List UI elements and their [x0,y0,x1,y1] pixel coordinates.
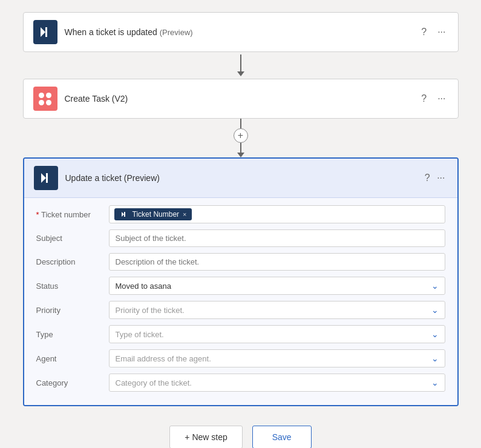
agent-chevron-icon: ⌄ [431,354,439,363]
agent-label: Agent [36,354,109,363]
status-row: Status Moved to asana ⌄ [36,277,445,295]
token-label: Ticket Number [133,210,180,219]
type-placeholder: Type of ticket. [116,330,164,339]
agent-select[interactable]: Email address of the agent. ⌄ [109,349,445,367]
status-chevron-icon: ⌄ [431,281,439,291]
category-label: Category [36,378,109,387]
connector-1 [237,54,244,76]
type-chevron-icon: ⌄ [431,329,439,339]
ticket-number-row: Ticket number Ticket Number × [36,205,445,223]
create-task-help-button[interactable]: ? [419,92,429,105]
plus-line-bottom [240,143,241,153]
flow-container: When a ticket is updated (Preview) ? ···… [23,12,459,448]
description-label: Description [36,257,109,266]
update-ticket-step: Update a ticket (Preview) ? ··· Ticket n… [23,157,459,406]
create-task-actions: ? ··· [419,92,448,105]
priority-chevron-icon: ⌄ [431,305,439,315]
update-ticket-actions: ? ··· [422,171,448,185]
update-ticket-title: Update a ticket (Preview) [65,173,422,183]
subject-label: Subject [36,234,109,243]
status-label: Status [36,282,109,291]
create-task-title: Create Task (V2) [65,94,419,104]
agent-placeholder: Email address of the agent. [116,354,211,363]
agent-row: Agent Email address of the agent. ⌄ [36,349,445,367]
category-row: Category Category of the ticket. ⌄ [36,374,445,392]
trigger-step: When a ticket is updated (Preview) ? ··· [23,12,459,52]
plus-line-top [240,119,241,128]
asana-dots [37,90,54,107]
token-icon [119,209,129,219]
trigger-icon [33,20,57,44]
status-value: Moved to asana [116,282,172,291]
svg-rect-0 [45,27,47,37]
priority-row: Priority Priority of the ticket. ⌄ [36,301,445,319]
category-chevron-icon: ⌄ [431,378,439,387]
create-task-icon [33,87,57,111]
subject-row: Subject [36,229,445,247]
trigger-actions: ? ··· [419,25,448,39]
trigger-more-button[interactable]: ··· [435,25,448,39]
update-ticket-help-button[interactable]: ? [422,171,433,185]
plus-connector: + [234,119,248,157]
ticket-number-label: Ticket number [36,210,109,219]
type-select[interactable]: Type of ticket. ⌄ [109,325,445,343]
update-ticket-more-button[interactable]: ··· [434,171,447,185]
update-ticket-icon [34,166,58,190]
subject-input[interactable] [109,229,445,247]
update-ticket-body: Ticket number Ticket Number × [24,198,457,405]
type-label: Type [36,330,109,339]
status-select[interactable]: Moved to asana ⌄ [109,277,445,295]
new-step-button[interactable]: + New step [169,426,242,448]
update-ticket-header: Update a ticket (Preview) ? ··· [24,159,457,198]
priority-placeholder: Priority of the ticket. [116,306,185,315]
description-row: Description [36,253,445,271]
trigger-title: When a ticket is updated (Preview) [65,27,419,37]
svg-rect-2 [124,212,125,217]
create-task-step: Create Task (V2) ? ··· [23,79,459,119]
svg-rect-1 [46,173,48,183]
type-row: Type Type of ticket. ⌄ [36,325,445,343]
category-select[interactable]: Category of the ticket. ⌄ [109,374,445,392]
create-task-more-button[interactable]: ··· [435,92,448,105]
plus-add-button[interactable]: + [234,128,248,143]
description-input[interactable] [109,253,445,271]
ticket-number-token: Ticket Number × [114,208,192,220]
token-close-button[interactable]: × [183,211,186,218]
category-placeholder: Category of the ticket. [116,378,192,387]
ticket-number-token-input[interactable]: Ticket Number × [109,205,445,223]
bottom-actions: + New step Save [169,426,311,448]
connector-line [240,54,241,71]
connector-arrow [237,71,244,76]
trigger-help-button[interactable]: ? [419,25,429,39]
priority-label: Priority [36,306,109,315]
save-button[interactable]: Save [252,426,312,448]
priority-select[interactable]: Priority of the ticket. ⌄ [109,301,445,319]
plus-arrow [237,153,244,157]
